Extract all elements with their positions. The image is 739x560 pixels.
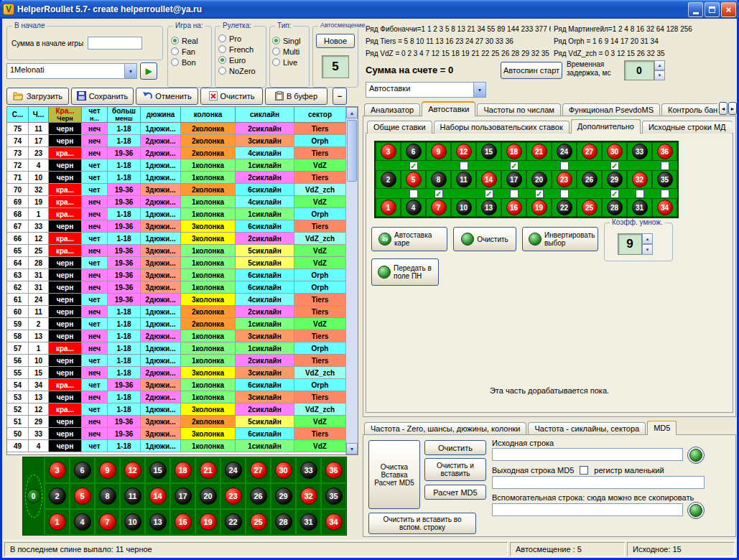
- play-button[interactable]: ▶: [140, 62, 157, 80]
- delay-down-button[interactable]: ▼: [654, 70, 665, 80]
- preset-combobox[interactable]: 1Melonati ▼: [6, 63, 137, 79]
- md5-big-button[interactable]: Очистка Вставка Расчет MD5: [368, 440, 420, 509]
- bet-number-4[interactable]: 4: [406, 200, 422, 215]
- table-row-70[interactable]: 7032кра...чет19-363дюжи...2колонка6сикла…: [7, 184, 358, 196]
- bet-number-28[interactable]: 28: [607, 200, 623, 215]
- md5-clear-button[interactable]: Очистить: [424, 440, 486, 455]
- split-checkbox[interactable]: [460, 162, 468, 170]
- bet-number-36[interactable]: 36: [657, 144, 673, 159]
- freq-tab-1[interactable]: Частота - Zero, шансы, дюжины, колонки: [364, 422, 526, 435]
- split-checkbox[interactable]: ✓: [610, 162, 619, 170]
- new-shift-button[interactable]: Новое: [316, 34, 355, 48]
- table-scrollbar[interactable]: ▲ ▼: [345, 107, 358, 454]
- table-row-68[interactable]: 681кра...неч1-181дюжи...1колонка1сиклайн…: [7, 208, 358, 220]
- table-row-67[interactable]: 6733черннеч19-363дюжи...3колонка6сиклайн…: [7, 220, 358, 233]
- table-row-73[interactable]: 7323кра...неч19-362дюжи...2колонка4сикла…: [7, 147, 358, 159]
- bet-number-15[interactable]: 15: [481, 144, 497, 159]
- table-row-62[interactable]: 6231черннеч19-363дюжи...1колонка6сиклайн…: [7, 281, 358, 294]
- split-checkbox[interactable]: [560, 162, 569, 170]
- freq-tab-3[interactable]: MD5: [647, 421, 677, 435]
- tab-scroll-left-button[interactable]: ◄: [719, 102, 728, 115]
- table-row-51[interactable]: 5129черннеч19-363дюжи...2колонка5сиклайн…: [7, 416, 358, 428]
- table-row-75[interactable]: 7511черннеч1-181дюжи...2колонка2сиклайнT…: [7, 123, 358, 135]
- md5-clear-paste-button[interactable]: Очистить и вставить: [424, 458, 486, 481]
- bet-number-23[interactable]: 23: [557, 172, 572, 187]
- delay-up-button[interactable]: ▲: [654, 60, 665, 70]
- bet-number-29[interactable]: 29: [607, 172, 623, 187]
- split-checkbox[interactable]: ✓: [610, 190, 619, 198]
- bet-number-8[interactable]: 8: [431, 172, 447, 187]
- sub-tab-2[interactable]: Наборы пользовательских ставок: [434, 121, 570, 134]
- table-row-71[interactable]: 7110чернчет1-181дюжи...1колонка2сиклайнT…: [7, 172, 358, 184]
- bet-number-13[interactable]: 13: [481, 200, 497, 215]
- table-row-53[interactable]: 5313черннеч1-182дюжи...1колонка3сиклайнT…: [7, 391, 358, 403]
- bet-number-35[interactable]: 35: [657, 172, 673, 187]
- scrollbar-up-button[interactable]: ▲: [346, 107, 358, 118]
- start-sum-input[interactable]: [88, 37, 142, 50]
- bet-number-6[interactable]: 6: [406, 144, 422, 159]
- table-row-59[interactable]: 592чернчет1-181дюжи...2колонка1сиклайнVd…: [7, 318, 358, 330]
- main-tab-2[interactable]: Автоставки: [422, 101, 475, 116]
- table-row-58[interactable]: 5813черннеч1-182дюжи...1колонка3сиклайнT…: [7, 330, 358, 342]
- table-row-61[interactable]: 6124чернчет19-362дюжи...3колонка4сиклайн…: [7, 294, 358, 306]
- register-checkbox[interactable]: [580, 466, 588, 475]
- bet-number-14[interactable]: 14: [481, 172, 497, 187]
- split-checkbox[interactable]: ✓: [510, 162, 519, 170]
- main-tab-5[interactable]: Контроль банкрол: [661, 103, 717, 116]
- md5-output-input[interactable]: [492, 476, 705, 489]
- bet-number-10[interactable]: 10: [456, 200, 472, 215]
- bet-number-24[interactable]: 24: [557, 144, 572, 159]
- main-tab-1[interactable]: Анализатор: [364, 103, 420, 116]
- coef-up-button[interactable]: ▲: [642, 233, 653, 244]
- chevron-down-icon[interactable]: ▼: [473, 83, 485, 97]
- table-row-63[interactable]: 6331черннеч19-363дюжи...1колонка6сиклайн…: [7, 269, 358, 281]
- bet-number-16[interactable]: 16: [506, 200, 522, 215]
- sub-tab-3[interactable]: Дополнительно: [571, 119, 641, 134]
- autospin-start-button[interactable]: Автоспин старт: [501, 62, 562, 79]
- split-checkbox[interactable]: [409, 190, 418, 198]
- bet-number-33[interactable]: 33: [632, 144, 648, 159]
- bet-number-22[interactable]: 22: [557, 200, 572, 215]
- table-row-54[interactable]: 5434кра...чет19-363дюжи...1колонка6сикла…: [7, 379, 358, 391]
- radio-multi[interactable]: Multi: [272, 46, 307, 57]
- freq-tab-2[interactable]: Частота - сиклайны, сектора: [528, 422, 646, 435]
- split-checkbox[interactable]: [661, 162, 669, 170]
- send-to-pn-button[interactable]: Передать в поле ПН: [371, 258, 439, 286]
- table-row-64[interactable]: 6428чернчет19-363дюжи...1колонка5сиклайн…: [7, 257, 358, 269]
- split-checkbox[interactable]: ✓: [409, 162, 418, 170]
- table-row-55[interactable]: 5515черннеч1-182дюжи...3колонка3сиклайнV…: [7, 367, 358, 379]
- bet-number-18[interactable]: 18: [506, 144, 522, 159]
- md5-aux-action-button[interactable]: [687, 502, 705, 519]
- split-checkbox[interactable]: ✓: [535, 190, 544, 198]
- bet-number-20[interactable]: 20: [531, 172, 547, 187]
- table-row-72[interactable]: 724чернчет1-181дюжи...1колонка1сиклайнVd…: [7, 159, 358, 172]
- bet-number-17[interactable]: 17: [506, 172, 522, 187]
- bet-number-30[interactable]: 30: [607, 144, 623, 159]
- table-row-57[interactable]: 571кра...неч1-181дюжи...1колонка1сиклайн…: [7, 342, 358, 355]
- radio-french[interactable]: French: [218, 44, 263, 55]
- maximize-button[interactable]: [705, 2, 720, 17]
- coef-down-button[interactable]: ▼: [642, 244, 653, 255]
- radio-nozero[interactable]: NoZero: [218, 65, 263, 76]
- toolbar-button-1[interactable]: Загрузить: [6, 88, 69, 105]
- radio-pro[interactable]: Pro: [218, 33, 263, 44]
- bet-number-32[interactable]: 32: [632, 172, 648, 187]
- bet-number-25[interactable]: 25: [582, 200, 598, 215]
- md5-source-action-button[interactable]: [687, 447, 705, 464]
- radio-fan[interactable]: Fan: [171, 46, 208, 57]
- md5-source-input[interactable]: [492, 448, 683, 461]
- bet-number-31[interactable]: 31: [632, 200, 648, 215]
- bet-number-34[interactable]: 34: [657, 200, 673, 215]
- table-row-66[interactable]: 6612кра...чет1-181дюжи...3колонка2сиклай…: [7, 233, 358, 245]
- bet-number-9[interactable]: 9: [431, 144, 447, 159]
- scrollbar-thumb[interactable]: [347, 120, 357, 182]
- bet-number-12[interactable]: 12: [456, 144, 472, 159]
- split-checkbox[interactable]: ✓: [434, 190, 443, 198]
- tab-scroll-right-button[interactable]: ►: [728, 102, 737, 115]
- bet-number-21[interactable]: 21: [531, 144, 547, 159]
- radio-euro[interactable]: Euro: [218, 55, 263, 65]
- radio-singl[interactable]: Singl: [272, 35, 307, 46]
- bet-number-19[interactable]: 19: [531, 200, 547, 215]
- md5-aux-input[interactable]: [492, 503, 683, 516]
- toolbar-button-5[interactable]: В буфер: [265, 88, 327, 105]
